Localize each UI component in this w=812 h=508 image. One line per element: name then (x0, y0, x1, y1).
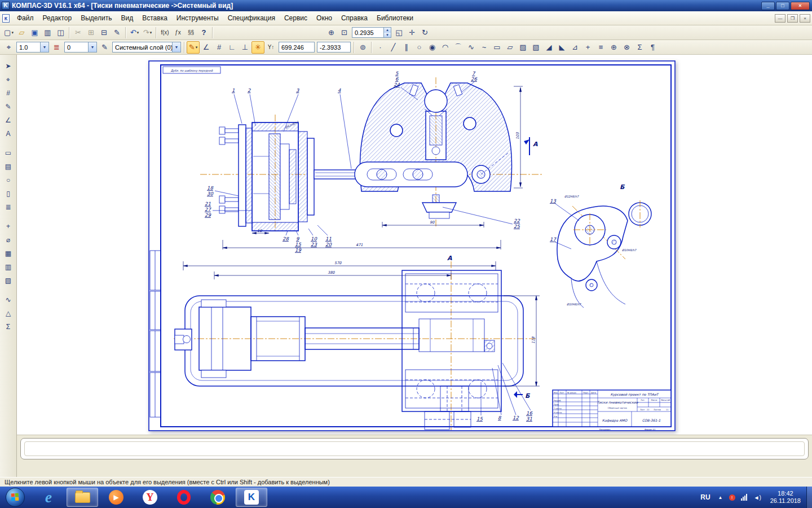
taskbar-media-player[interactable]: ▶ (100, 488, 132, 507)
open-button[interactable]: ▱ (15, 27, 28, 39)
perpendicular-button[interactable]: ⊥ (239, 41, 251, 54)
y-coordinate-field[interactable]: -2.3933 (317, 42, 351, 52)
paste-button[interactable]: ⊟ (98, 27, 111, 39)
tool-triangle[interactable]: △ (2, 306, 15, 319)
save-button[interactable]: ▣ (28, 27, 41, 39)
tool-document[interactable]: ▥ (2, 260, 15, 273)
taskbar-ie[interactable]: e (33, 488, 64, 507)
copy-properties-button[interactable]: ✎ (111, 27, 123, 39)
tool-table[interactable]: ▦ (2, 247, 15, 260)
doc-minimize-button[interactable]: — (775, 14, 785, 23)
menu-select[interactable]: Выделить (76, 12, 116, 24)
taskbar-opera[interactable] (168, 488, 200, 507)
geom-tool-chamfer[interactable]: ◢ (542, 41, 555, 54)
tray-expand-icon[interactable]: ▲ (715, 495, 726, 500)
show-desktop-button[interactable] (806, 487, 812, 508)
layer-number-combo[interactable]: 0 ▼ (64, 42, 97, 52)
geom-tool-parallel[interactable]: ∥ (400, 41, 413, 54)
layer-edit-button[interactable]: ✎ (98, 41, 111, 54)
compass-button[interactable]: ⊚ (356, 41, 369, 54)
geom-tool-rectangle[interactable]: ▭ (491, 41, 504, 54)
draw-mode-button[interactable]: ✎▾ (187, 41, 200, 54)
property-bar[interactable] (20, 438, 809, 459)
menu-editor[interactable]: Редактор (38, 12, 77, 24)
doc-restore-button[interactable]: ❒ (787, 14, 798, 23)
tool-layers[interactable]: ≣ (2, 200, 15, 213)
taskbar-chrome[interactable] (202, 488, 233, 507)
volume-icon[interactable]: ◄) (754, 494, 761, 501)
start-button[interactable] (6, 488, 25, 507)
geom-tool-sum[interactable]: Σ (633, 41, 646, 54)
print-button[interactable]: ▥ (41, 27, 54, 39)
menu-file[interactable]: Файл (12, 12, 38, 24)
geom-tool-hatch2[interactable]: ▧ (529, 41, 542, 54)
geom-tool-arc[interactable]: ◠ (439, 41, 452, 54)
tool-diameter[interactable]: ⌀ (2, 233, 15, 246)
grid-button[interactable]: # (213, 41, 226, 54)
geom-tool-intersect[interactable]: ⊗ (620, 41, 633, 54)
drawing-sheet[interactable]: Дубл. по шаблону передней Ø42H8/h7 (148, 60, 676, 431)
redo-button[interactable]: ↷▾ (141, 27, 154, 39)
zoom-spinner[interactable]: ▲▼ (383, 28, 391, 37)
context-help-button[interactable]: ? (197, 27, 210, 39)
tool-axes[interactable]: + (2, 220, 15, 233)
geom-tool-bezier[interactable]: ~ (478, 41, 491, 54)
snap-mode-button[interactable]: ⌖ (2, 41, 15, 54)
menu-service[interactable]: Сервис (280, 12, 312, 24)
coordinate-axis-button[interactable]: Y↑ (264, 41, 277, 54)
menu-view[interactable]: Вид (117, 12, 138, 24)
copy-button[interactable]: ⊞ (85, 27, 98, 39)
tool-geometry[interactable]: ✎ (2, 100, 15, 113)
minimize-button[interactable]: _ (761, 2, 775, 10)
zoom-in-button[interactable]: ⊕ (325, 27, 338, 39)
tool-grid[interactable]: # (2, 86, 15, 99)
geom-tool-text[interactable]: ¶ (646, 41, 659, 54)
maximize-button[interactable]: □ (776, 2, 789, 10)
x-coordinate-field[interactable]: 699.246 (279, 42, 315, 52)
geom-tool-fillet[interactable]: ◣ (555, 41, 568, 54)
tool-spline[interactable]: ∿ (2, 293, 15, 306)
new-document-button[interactable]: ▢▾ (2, 27, 15, 39)
geom-tool-spline[interactable]: ∿ (465, 41, 478, 54)
geom-tool-union[interactable]: ⊕ (607, 41, 620, 54)
tool-specification[interactable]: Σ (2, 320, 15, 333)
menu-help[interactable]: Справка (337, 12, 372, 24)
layer-name-combo[interactable]: Системный слой (0) ▼ (112, 42, 181, 52)
geom-tool-arc3[interactable]: ⌒ (452, 41, 465, 54)
tool-circle[interactable]: ○ (2, 173, 15, 186)
zoom-combo[interactable]: 0.2935 ▲▼ (352, 27, 391, 38)
pan-button[interactable]: ✛ (405, 27, 418, 39)
tool-frame[interactable]: ▭ (2, 146, 15, 159)
geom-tool-equidistant[interactable]: ≡ (594, 41, 607, 54)
tool-cursor[interactable]: ➤ (2, 59, 15, 72)
zoom-fit-button[interactable]: ◱ (392, 27, 405, 39)
layers-button[interactable]: ≣ (50, 41, 63, 54)
geom-tool-circle2[interactable]: ◉ (426, 41, 439, 54)
tool-sheet[interactable]: ▤ (2, 160, 15, 173)
tool-page[interactable]: ▯ (2, 187, 15, 200)
geom-tool-point[interactable]: · (374, 41, 387, 54)
geom-tool-polygon[interactable]: ▱ (504, 41, 517, 54)
menu-window[interactable]: Окно (312, 12, 337, 24)
notification-icon[interactable]: ! (729, 494, 735, 501)
tool-snap[interactable]: ⌖ (2, 73, 15, 86)
taskbar-kompas[interactable]: K (236, 488, 267, 507)
layer-number-dropdown[interactable]: ▼ (88, 42, 96, 52)
doc-close-button[interactable]: × (800, 14, 810, 23)
angle-snap-button[interactable]: ∠ (200, 41, 213, 54)
property-bar-input[interactable] (24, 441, 805, 456)
tool-dimensions[interactable]: ∠ (2, 113, 15, 126)
step-combo[interactable]: 1.0 ▼ (16, 42, 49, 52)
geom-tool-circle[interactable]: ○ (413, 41, 426, 54)
geom-tool-line[interactable]: ╱ (387, 41, 400, 54)
equation-button[interactable]: ƒx (171, 27, 184, 39)
taskbar-yandex[interactable]: Y (134, 488, 166, 507)
ortho-button[interactable]: ∟ (226, 41, 239, 54)
undo-button[interactable]: ↶▾ (128, 27, 141, 39)
print-preview-button[interactable]: ◫ (54, 27, 67, 39)
menu-specification[interactable]: Спецификация (223, 12, 280, 24)
step-dropdown[interactable]: ▼ (40, 42, 48, 52)
network-icon[interactable] (741, 494, 748, 501)
menu-insert[interactable]: Вставка (138, 12, 172, 24)
taskbar-explorer[interactable] (67, 488, 98, 507)
